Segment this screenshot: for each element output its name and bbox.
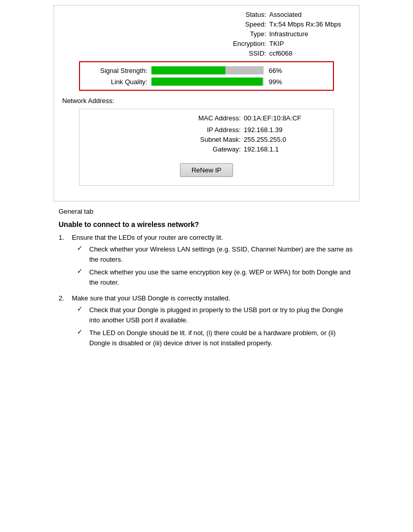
network-address-box: MAC Address: 00:1A:EF:10:8A:CF IP Addres…: [79, 109, 334, 186]
main-text: Ensure that the LEDs of your router are …: [72, 234, 354, 241]
signal-box: Signal Strength: 66% Link Quality: 99%: [79, 61, 334, 91]
renew-ip-button[interactable]: ReNew IP: [180, 163, 234, 177]
status-label: Status:: [210, 11, 266, 18]
gateway-label: Gateway:: [185, 145, 241, 153]
checkmark-icon: ✓: [77, 328, 85, 348]
speed-label: Speed:: [210, 20, 266, 28]
sub-text: Check that your Dongle is plugged in pro…: [89, 305, 354, 325]
encryption-label: Encryption:: [210, 40, 266, 47]
speed-value: Tx:54 Mbps Rx:36 Mbps: [269, 20, 351, 28]
link-bar: [151, 78, 264, 86]
renew-btn-row: ReNew IP: [88, 163, 325, 177]
sub-list: ✓ Check whether your Wireless LAN settin…: [72, 244, 354, 287]
type-label: Type:: [210, 30, 266, 38]
gateway-value: 192.168.1.1: [244, 145, 325, 153]
list-number: 2.: [59, 294, 69, 351]
sub-list-item: ✓ The LED on Dongle should be lit. if no…: [77, 328, 354, 348]
mac-value: 00:1A:EF:10:8A:CF: [244, 114, 325, 122]
ssid-label: SSID:: [210, 49, 266, 57]
ip-label: IP Address:: [185, 126, 241, 134]
list-item: 1. Ensure that the LEDs of your router a…: [59, 234, 354, 290]
general-tab-label: General tab: [59, 208, 354, 215]
sub-list: ✓ Check that your Dongle is plugged in p…: [72, 305, 354, 348]
sub-text: The LED on Dongle should be lit. if not,…: [89, 328, 354, 348]
subnet-value: 255.255.255.0: [244, 136, 325, 143]
list-content: Make sure that your USB Dongle is correc…: [72, 294, 354, 351]
signal-label: Signal Strength:: [86, 67, 147, 74]
troubleshoot-list: 1. Ensure that the LEDs of your router a…: [59, 234, 354, 351]
list-item: 2. Make sure that your USB Dongle is cor…: [59, 294, 354, 351]
list-content: Ensure that the LEDs of your router are …: [72, 234, 354, 290]
main-text: Make sure that your USB Dongle is correc…: [72, 294, 354, 302]
sub-list-item: ✓ Check that your Dongle is plugged in p…: [77, 305, 354, 325]
checkmark-icon: ✓: [77, 305, 85, 325]
sub-list-item: ✓ Check whether your Wireless LAN settin…: [77, 244, 354, 264]
mac-label: MAC Address:: [185, 114, 241, 122]
list-number: 1.: [59, 234, 69, 290]
ssid-value: ccf6068: [269, 49, 351, 57]
encryption-value: TKIP: [269, 40, 351, 47]
link-label: Link Quality:: [86, 78, 147, 86]
signal-strength-row: Signal Strength: 66%: [86, 66, 327, 74]
type-value: Infrastructure: [269, 30, 351, 38]
ip-value: 192.168.1.39: [244, 126, 325, 134]
checkmark-icon: ✓: [77, 267, 85, 287]
link-percent: 99%: [269, 78, 282, 86]
status-value: Associated: [269, 11, 351, 18]
sub-list-item: ✓ Check whether you use the same encrypt…: [77, 267, 354, 287]
sub-text: Check whether you use the same encryptio…: [89, 267, 354, 287]
subnet-label: Subnet Mask:: [185, 136, 241, 143]
troubleshoot-heading: Unable to connect to a wireless network?: [59, 220, 354, 229]
sub-text: Check whether your Wireless LAN settings…: [89, 244, 354, 264]
signal-percent: 66%: [269, 67, 282, 74]
network-address-label: Network Address:: [62, 97, 351, 105]
link-quality-row: Link Quality: 99%: [86, 78, 327, 86]
signal-bar: [151, 66, 264, 74]
checkmark-icon: ✓: [77, 244, 85, 264]
